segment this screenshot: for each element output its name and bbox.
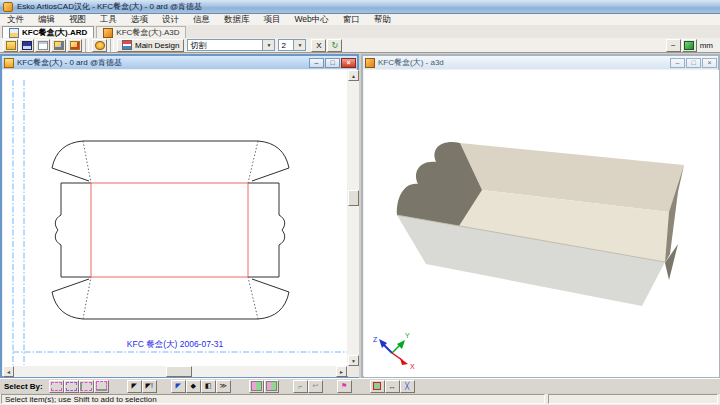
menu-edit[interactable]: 编辑	[31, 14, 62, 25]
cross-move-button[interactable]: ╳	[400, 380, 415, 393]
red-green-box-icon	[373, 382, 381, 390]
chevron-down-icon[interactable]: ▼	[293, 40, 305, 50]
select-mode-4-button[interactable]: ≫	[216, 380, 231, 393]
close-button[interactable]: ×	[341, 58, 356, 68]
select-cursor-add-button[interactable]: ◤!	[142, 380, 157, 393]
export-folder-icon	[70, 41, 80, 50]
marquee-touch-icon	[96, 381, 107, 391]
status-bar: Select item(s); use Shift to add to sele…	[0, 394, 720, 405]
die-line-drawing: KFC 餐盒(大) 2006-07-31	[3, 70, 347, 366]
main-design-button[interactable]: Main Design	[117, 39, 184, 52]
menu-webcenter[interactable]: Web中心	[288, 14, 336, 25]
document-tab-bar: KFC餐盒(大).ARD KFC餐盒(大).A3D	[0, 25, 720, 38]
marquee-group-button[interactable]	[64, 380, 79, 393]
tab-ard-label: KFC餐盒(大).ARD	[22, 27, 87, 38]
menu-file[interactable]: 文件	[0, 14, 31, 25]
marquee-inside-button[interactable]	[49, 380, 64, 393]
select-mode-3-button[interactable]: ◧	[201, 380, 216, 393]
menu-tools[interactable]: 工具	[93, 14, 124, 25]
menu-info[interactable]: 信息	[186, 14, 217, 25]
window-2d-title: KFC餐盒(大) - 0 ard @肯德基	[17, 57, 122, 68]
minimize-button[interactable]: –	[670, 58, 685, 68]
cursor-mode-1-icon: ◤	[175, 382, 180, 390]
save-button[interactable]	[19, 39, 34, 52]
toolbar-separator	[110, 39, 114, 52]
table-pink-green-icon	[251, 381, 262, 391]
design-2d-icon	[9, 28, 19, 38]
open-button[interactable]	[3, 39, 18, 52]
menu-project[interactable]: 项目	[257, 14, 288, 25]
snap-button[interactable]	[682, 39, 697, 52]
select-cursor-button[interactable]: ◤	[127, 380, 142, 393]
menu-design[interactable]: 设计	[155, 14, 186, 25]
vertical-scroll-thumb[interactable]	[348, 190, 359, 206]
marquee-partial-button[interactable]	[79, 380, 94, 393]
horizontal-scrollbar[interactable]: ◄ ►	[3, 366, 347, 377]
layer-combo-value: 切割	[188, 40, 262, 51]
crease-rectangle	[91, 183, 248, 277]
new-from-template-button[interactable]	[35, 39, 50, 52]
window-3d-title: KFC餐盒(大) - a3d	[378, 57, 444, 68]
import-button[interactable]	[51, 39, 66, 52]
scroll-left-button[interactable]: ◄	[3, 366, 14, 377]
scroll-down-button[interactable]: ▼	[348, 355, 359, 366]
status-aux-panel	[548, 394, 718, 404]
scroll-up-button[interactable]: ▲	[348, 70, 359, 81]
app-icon	[3, 2, 13, 12]
z-axis-label: Z	[373, 336, 378, 343]
export-button[interactable]	[67, 39, 82, 52]
horizontal-arrows-icon: ↔	[389, 383, 396, 390]
layer-combo[interactable]: 切割 ▼	[187, 39, 275, 51]
main-design-label: Main Design	[135, 41, 179, 50]
marquee-icon	[51, 382, 62, 391]
unit-label: mm	[700, 41, 713, 50]
swap-direction-button[interactable]: ↔	[385, 380, 400, 393]
tab-a3d-3d[interactable]: KFC餐盒(大).A3D	[96, 26, 186, 38]
document-icon	[38, 41, 48, 50]
window-2d-design: KFC餐盒(大) - 0 ard @肯德基 – □ ×	[0, 54, 359, 378]
cursor-icon: ◤	[131, 382, 136, 390]
cube-icon	[365, 58, 375, 68]
window-2d-titlebar[interactable]: KFC餐盒(大) - 0 ard @肯德基 – □ ×	[2, 56, 357, 69]
render-canvas-3d[interactable]: Z Y X	[364, 70, 719, 377]
horizontal-scroll-thumb[interactable]	[166, 366, 192, 377]
menu-options[interactable]: 选项	[124, 14, 155, 25]
artioscad-application: Esko ArtiosCAD汉化 - KFC餐盒(大) - 0 ard @肯德基…	[0, 0, 720, 405]
vertical-scrollbar[interactable]: ▲ ▼	[348, 70, 359, 366]
menu-window[interactable]: 窗口	[336, 14, 367, 25]
select-mode-1-button[interactable]: ◤	[171, 380, 186, 393]
window-3d-titlebar[interactable]: KFC餐盒(大) - a3d – □ ×	[363, 56, 718, 69]
maximize-button[interactable]: □	[686, 58, 701, 68]
scale-combo[interactable]: 2 ▼	[278, 39, 306, 51]
cursor-mode-3-icon: ◧	[205, 382, 212, 390]
marquee-touch-button[interactable]	[94, 380, 109, 393]
menu-view[interactable]: 视图	[62, 14, 93, 25]
panel-table-1-button[interactable]	[249, 380, 264, 393]
menu-database[interactable]: 数据库	[217, 14, 257, 25]
drawing-canvas-2d[interactable]: KFC 餐盒(大) 2006-07-31	[3, 70, 347, 366]
panel-table-2-button[interactable]	[264, 380, 279, 393]
reference-box-button[interactable]	[370, 380, 385, 393]
marquee-group-icon	[66, 382, 77, 391]
rebuild-button[interactable]: ↻	[327, 39, 342, 52]
tab-ard-2d[interactable]: KFC餐盒(大).ARD	[2, 26, 94, 38]
scroll-right-button[interactable]: ►	[336, 366, 347, 377]
undo-tool-button[interactable]: ↩	[308, 380, 323, 393]
workspace-icon	[95, 41, 105, 50]
dimension-button[interactable]: X	[311, 39, 326, 52]
main-toolbar: Main Design 切割 ▼ 2 ▼ X ↻ ~ mm	[0, 38, 720, 53]
corner-tool-button[interactable]: ⌐	[293, 380, 308, 393]
curve-icon: ~	[671, 41, 676, 50]
cut-lines	[52, 141, 289, 319]
maximize-button[interactable]: □	[325, 58, 340, 68]
chevron-down-icon[interactable]: ▼	[262, 40, 274, 50]
window-titlebar[interactable]: Esko ArtiosCAD汉化 - KFC餐盒(大) - 0 ard @肯德基	[0, 0, 720, 14]
minimize-button[interactable]: –	[309, 58, 324, 68]
select-mode-2-button[interactable]: ◆	[186, 380, 201, 393]
workspace-button[interactable]	[92, 39, 107, 52]
adjust-curve-button[interactable]: ~	[666, 39, 681, 52]
menu-help[interactable]: 帮助	[367, 14, 398, 25]
save-disk-icon	[22, 41, 32, 50]
close-button[interactable]: ×	[702, 58, 717, 68]
flag-tool-button[interactable]: ⚑	[337, 380, 352, 393]
